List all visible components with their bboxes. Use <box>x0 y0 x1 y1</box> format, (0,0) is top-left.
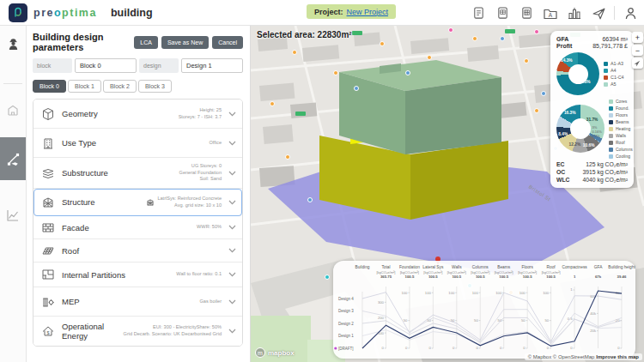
block-name-input[interactable] <box>75 58 137 73</box>
improve-map-link[interactable]: Improve this map <box>596 354 639 359</box>
donut-small-labels: 3%0.16%0.2% <box>592 125 601 139</box>
svg-text:[kgCO₂e/m²]: [kgCO₂e/m²] <box>542 270 561 275</box>
design-comparison-chart: BuildingDesign 4Design 3Design 2Design 1… <box>333 261 635 359</box>
roof-icon <box>39 244 57 257</box>
share-plane-icon[interactable] <box>590 3 607 22</box>
legend-swatch <box>604 75 608 80</box>
project-pill: Project: New Project <box>307 4 396 19</box>
section-summary: EUI: 300 - ElectricityShare: 50% Grid De… <box>124 324 222 337</box>
design-name-input[interactable] <box>181 58 243 73</box>
svg-text:Walls: Walls <box>452 265 462 269</box>
poi-marker <box>541 91 546 96</box>
svg-text:100: 100 <box>472 291 479 295</box>
tab-block-1[interactable]: Block 1 <box>68 80 101 93</box>
svg-text:50: 50 <box>474 318 478 323</box>
mapbox-logo[interactable]: m mapbox <box>255 347 295 358</box>
legend-item: A1-A3 <box>604 61 624 66</box>
section-roof[interactable]: Roof <box>33 239 242 262</box>
energy-icon: $ <box>39 324 57 338</box>
logo-glyph <box>12 7 24 19</box>
svg-text:0: 0 <box>476 346 478 350</box>
svg-text:[DRAFT]: [DRAFT] <box>338 347 354 351</box>
zoom-out-button[interactable]: − <box>632 45 643 56</box>
svg-text:[kgCO₂e/m²]: [kgCO₂e/m²] <box>471 270 489 275</box>
svg-text:100: 100 <box>401 291 408 295</box>
poi-marker <box>534 108 539 113</box>
tab-block-2[interactable]: Block 2 <box>103 80 137 93</box>
section-summary: Height: 25 Storeys: 7 - ISH: 3.7 <box>179 107 222 120</box>
section-structure[interactable]: StructureLatrlSys: Reinforced Concrete A… <box>33 189 242 216</box>
tab-block-0[interactable]: Block 0 <box>33 80 66 93</box>
section-internal-partitions[interactable]: Internal PartitionsWall to floor ratio: … <box>33 262 242 287</box>
lca-button[interactable]: LCA <box>134 36 158 49</box>
svg-text:Floors: Floors <box>522 265 534 269</box>
svg-text:100.5: 100.5 <box>405 275 415 279</box>
svg-text:[kgCO₂e/m²]: [kgCO₂e/m²] <box>400 270 419 275</box>
section-operational-energy[interactable]: $Operational EnergyEUI: 300 - Electricit… <box>33 317 242 346</box>
section-title: Facade <box>62 223 191 232</box>
page-title: Building design parameters <box>33 32 131 52</box>
section-summary: UG Storeys: 0 General Foundation Soil: S… <box>179 163 222 183</box>
section-substructure[interactable]: SubstructureUG Storeys: 0 General Founda… <box>33 158 242 189</box>
section-mep[interactable]: MEPGas boiler <box>33 287 242 317</box>
section-title: Roof <box>62 246 216 256</box>
park-label-marker <box>295 112 306 116</box>
design-line-design3 <box>362 310 622 343</box>
city-render-icon[interactable] <box>566 3 583 22</box>
lifecycle-donut-block: 73.8%14.3% A1-A3A4C1-C4A5 <box>556 52 628 95</box>
lifecycle-donut-chart: 73.8%14.3% <box>556 52 599 95</box>
section-geometry[interactable]: GeometryHeight: 25 Storeys: 7 - ISH: 3.7 <box>33 100 242 129</box>
legend-item: Cores <box>609 99 633 104</box>
compass-button[interactable] <box>632 57 643 69</box>
preoptima-logo[interactable] <box>9 3 27 22</box>
legend-swatch <box>609 134 613 138</box>
file-export-icon-3[interactable] <box>518 3 535 22</box>
poi-marker <box>270 101 275 106</box>
legend-item: Cooling <box>609 154 633 159</box>
svg-text:0: 0 <box>382 346 385 350</box>
svg-text:100.5: 100.5 <box>523 275 532 279</box>
sidebar-item-building[interactable] <box>0 98 26 124</box>
sidebar-item-design-active[interactable] <box>0 137 26 180</box>
svg-text:Design 1: Design 1 <box>338 334 354 338</box>
svg-text:A: A <box>549 12 553 18</box>
section-use-type[interactable]: Use TypeOffice <box>33 129 242 158</box>
svg-text:0: 0 <box>405 346 408 350</box>
park-label-marker <box>505 29 515 33</box>
section-title: Structure <box>62 197 141 207</box>
legend-item: Floors <box>609 112 633 118</box>
project-name-link[interactable]: New Project <box>347 8 389 16</box>
file-export-icon-2[interactable] <box>494 3 511 22</box>
building-icon <box>6 104 20 118</box>
legend-item: Columns <box>609 147 633 152</box>
user-profile-icon[interactable] <box>622 3 639 22</box>
zoom-in-button[interactable]: + <box>632 32 643 43</box>
svg-text:100: 100 <box>543 291 550 295</box>
cancel-button[interactable]: Cancel <box>212 36 243 49</box>
donut-percent-label: 10.6% <box>583 143 595 148</box>
file-export-icon-1[interactable] <box>470 3 487 22</box>
svg-text:GFA: GFA <box>594 265 603 269</box>
rail-divider <box>3 83 22 84</box>
section-summary: LatrlSys: Reinforced Concrete Avg. grid … <box>146 196 222 208</box>
svg-text:50: 50 <box>404 318 408 323</box>
svg-text:100: 100 <box>519 291 526 295</box>
chevron-down-icon <box>228 171 236 176</box>
chevron-down-icon <box>228 248 236 253</box>
sidebar-item-engineer[interactable] <box>0 31 26 57</box>
save-as-new-button[interactable]: Save as New <box>161 36 209 49</box>
svg-text:0: 0 <box>453 346 455 350</box>
section-title: Operational Energy <box>62 322 118 341</box>
chevron-down-icon <box>228 112 236 117</box>
section-facade[interactable]: FacadeWWR: 50% <box>33 216 242 239</box>
map-zoom-controls: + − <box>632 32 643 69</box>
svg-text:365.75: 365.75 <box>380 275 392 279</box>
sidebar-item-analytics[interactable] <box>0 202 26 228</box>
svg-text:0: 0 <box>523 346 526 350</box>
tab-block-3[interactable]: Block 3 <box>138 80 172 93</box>
section-title: Internal Partitions <box>62 270 171 280</box>
gfa-value: 66394 m² <box>602 36 628 42</box>
map-canvas[interactable]: Selected area: 22830m² Bristol St GFA663… <box>251 26 644 362</box>
assets-folder-icon[interactable]: A <box>542 3 559 22</box>
section-summary: Office <box>209 140 222 147</box>
